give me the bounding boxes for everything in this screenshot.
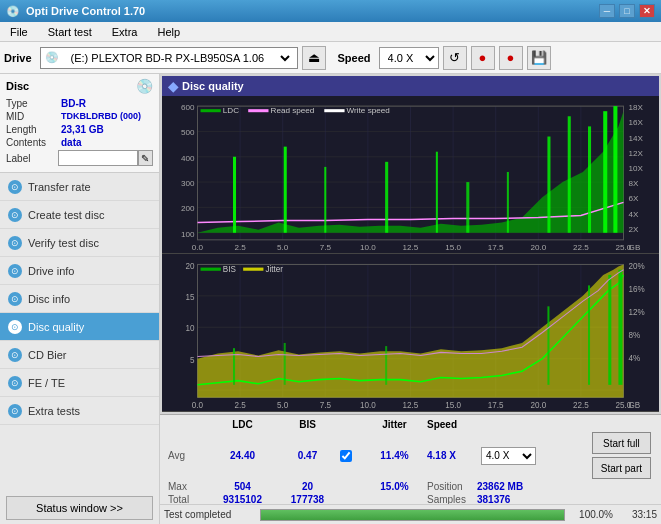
drive-icon: 💿: [45, 51, 59, 64]
nav-icon-disc-info: ⊙: [8, 292, 22, 306]
nav-label-create: Create test disc: [28, 209, 104, 221]
svg-rect-112: [243, 268, 263, 271]
svg-text:14X: 14X: [629, 134, 644, 143]
jitter-checkbox[interactable]: [340, 450, 352, 462]
jitter-header: Jitter: [362, 419, 427, 430]
svg-text:20.0: 20.0: [530, 401, 546, 410]
nav-label-transfer: Transfer rate: [28, 181, 91, 193]
nav-create-test-disc[interactable]: ⊙ Create test disc: [0, 201, 159, 229]
nav-icon-verify: ⊙: [8, 236, 22, 250]
nav-fe-te[interactable]: ⊙ FE / TE: [0, 369, 159, 397]
minimize-button[interactable]: ─: [599, 4, 615, 18]
svg-text:10: 10: [185, 324, 194, 333]
maximize-button[interactable]: □: [619, 4, 635, 18]
nav-icon-fe-te: ⊙: [8, 376, 22, 390]
close-button[interactable]: ✕: [639, 4, 655, 18]
save-button[interactable]: 💾: [527, 46, 551, 70]
menu-start-test[interactable]: Start test: [42, 25, 98, 39]
svg-rect-23: [436, 152, 438, 233]
svg-text:5: 5: [190, 356, 195, 365]
svg-rect-22: [385, 162, 388, 233]
bis-header: BIS: [275, 419, 340, 430]
drive-label: Drive: [4, 52, 32, 64]
disc-panel-icon: 💿: [136, 78, 153, 94]
drive-select[interactable]: (E:) PLEXTOR BD-R PX-LB950SA 1.06: [63, 47, 293, 69]
type-value: BD-R: [61, 98, 86, 109]
svg-rect-28: [588, 126, 591, 232]
max-bis: 20: [275, 481, 340, 492]
nav-label-extra: Extra tests: [28, 405, 80, 417]
svg-text:500: 500: [181, 129, 195, 138]
svg-text:8%: 8%: [629, 331, 641, 340]
max-jitter: 15.0%: [362, 481, 427, 492]
nav-icon-extra: ⊙: [8, 404, 22, 418]
nav-icon-disc-quality: ⊙: [8, 320, 22, 334]
nav-icon-cd-bier: ⊙: [8, 348, 22, 362]
svg-text:10X: 10X: [629, 164, 644, 173]
svg-text:Read speed: Read speed: [271, 106, 315, 115]
chart1-svg: 600 500 400 300 200 100 18X 16X 14X 12X …: [162, 96, 659, 253]
nav-cd-bier[interactable]: ⊙ CD Bier: [0, 341, 159, 369]
label-edit-button[interactable]: ✎: [138, 150, 153, 166]
start-full-button[interactable]: Start full: [592, 432, 651, 454]
nav-disc-info[interactable]: ⊙ Disc info: [0, 285, 159, 313]
eject-button[interactable]: ⏏: [302, 46, 326, 70]
svg-text:15.0: 15.0: [445, 243, 461, 252]
svg-text:7.5: 7.5: [320, 243, 332, 252]
app-title: Opti Drive Control 1.70: [26, 5, 145, 17]
svg-rect-62: [324, 109, 344, 112]
svg-text:22.5: 22.5: [573, 401, 589, 410]
nav-verify-test-disc[interactable]: ⊙ Verify test disc: [0, 229, 159, 257]
nav-transfer-rate[interactable]: ⊙ Transfer rate: [0, 173, 159, 201]
svg-text:2.5: 2.5: [234, 243, 246, 252]
svg-text:20%: 20%: [629, 262, 646, 271]
nav-label-drive: Drive info: [28, 265, 74, 277]
speed-select[interactable]: 4.0 X 8.0 X Max: [379, 47, 439, 69]
svg-rect-20: [284, 147, 287, 233]
nav-drive-info[interactable]: ⊙ Drive info: [0, 257, 159, 285]
nav-extra-tests[interactable]: ⊙ Extra tests: [0, 397, 159, 425]
position-value: 23862 MB: [477, 481, 523, 492]
disc-panel: Disc 💿 Type BD-R MID TDKBLDRBD (000) Len…: [0, 74, 159, 173]
svg-text:5.0: 5.0: [277, 401, 289, 410]
menu-help[interactable]: Help: [151, 25, 186, 39]
svg-rect-29: [603, 111, 607, 233]
svg-text:17.5: 17.5: [488, 243, 504, 252]
burn-button[interactable]: ●: [471, 46, 495, 70]
nav-label-cd-bier: CD Bier: [28, 349, 67, 361]
status-window-button[interactable]: Status window >>: [6, 496, 153, 520]
chart2-svg: 20 15 10 5 20% 16% 12% 8% 4% 0.0: [162, 254, 659, 411]
nav-icon-transfer: ⊙: [8, 180, 22, 194]
menu-extra[interactable]: Extra: [106, 25, 144, 39]
svg-text:4X: 4X: [629, 210, 640, 219]
svg-rect-87: [608, 275, 611, 385]
nav-icon-drive: ⊙: [8, 264, 22, 278]
svg-text:16X: 16X: [629, 118, 644, 127]
disc-quality-panel: ◆ Disc quality: [162, 76, 659, 412]
nav-icon-create: ⊙: [8, 208, 22, 222]
avg-ldc: 24.40: [210, 450, 275, 461]
svg-text:12.5: 12.5: [403, 243, 419, 252]
nav-label-fe-te: FE / TE: [28, 377, 65, 389]
length-label: Length: [6, 124, 61, 135]
svg-rect-88: [618, 270, 622, 385]
nav-disc-quality[interactable]: ⊙ Disc quality: [0, 313, 159, 341]
disc-panel-title: Disc: [6, 80, 29, 92]
svg-text:0.0: 0.0: [192, 243, 204, 252]
nav-label-verify: Verify test disc: [28, 237, 99, 249]
label-label: Label: [6, 153, 58, 164]
stats-bar: LDC BIS Jitter Speed Avg 24.40 0.47 11.4…: [160, 414, 661, 504]
label-input[interactable]: [58, 150, 138, 166]
title-bar: 💿 Opti Drive Control 1.70 ─ □ ✕: [0, 0, 661, 22]
start-part-button[interactable]: Start part: [592, 457, 651, 479]
settings-button[interactable]: ●: [499, 46, 523, 70]
svg-text:12%: 12%: [629, 308, 646, 317]
svg-text:15.0: 15.0: [445, 401, 461, 410]
menu-file[interactable]: File: [4, 25, 34, 39]
refresh-button[interactable]: ↺: [443, 46, 467, 70]
svg-text:2X: 2X: [629, 225, 640, 234]
svg-text:4%: 4%: [629, 354, 641, 363]
svg-rect-82: [233, 348, 235, 385]
speed-select-stats[interactable]: 4.0 X: [481, 447, 536, 465]
svg-text:10.0: 10.0: [360, 243, 376, 252]
